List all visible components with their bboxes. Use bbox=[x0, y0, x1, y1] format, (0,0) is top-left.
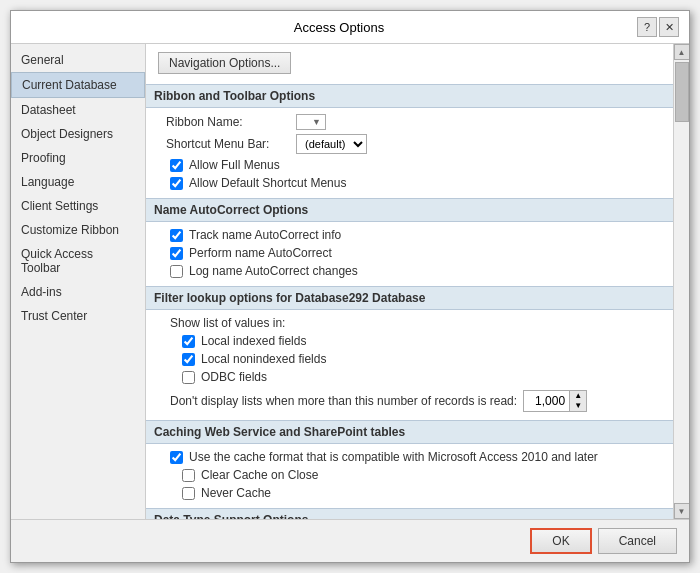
use-cache-checkbox[interactable] bbox=[170, 451, 183, 464]
shortcut-menu-label: Shortcut Menu Bar: bbox=[166, 137, 296, 151]
sidebar-item-object-designers[interactable]: Object Designers bbox=[11, 122, 145, 146]
local-indexed-checkbox[interactable] bbox=[182, 335, 195, 348]
use-cache-row: Use the cache format that is compatible … bbox=[158, 450, 661, 464]
perform-name-label[interactable]: Perform name AutoCorrect bbox=[189, 246, 332, 260]
odbc-row: ODBC fields bbox=[158, 370, 661, 384]
sidebar-item-quick-access-toolbar[interactable]: Quick Access Toolbar bbox=[11, 242, 145, 280]
close-button[interactable]: ✕ bbox=[659, 17, 679, 37]
local-nonindexed-row: Local nonindexed fields bbox=[158, 352, 661, 366]
log-name-checkbox[interactable] bbox=[170, 265, 183, 278]
dialog-body: General Current Database Datasheet Objec… bbox=[11, 44, 689, 519]
never-cache-row: Never Cache bbox=[158, 486, 661, 500]
shortcut-menu-control: (default) bbox=[296, 134, 367, 154]
clear-cache-checkbox[interactable] bbox=[182, 469, 195, 482]
ribbon-name-arrow: ▼ bbox=[312, 117, 321, 127]
ribbon-name-label: Ribbon Name: bbox=[166, 115, 296, 129]
local-indexed-label[interactable]: Local indexed fields bbox=[201, 334, 306, 348]
sidebar-item-current-database[interactable]: Current Database bbox=[11, 72, 145, 98]
records-input[interactable] bbox=[524, 392, 569, 410]
log-name-label[interactable]: Log name AutoCorrect changes bbox=[189, 264, 358, 278]
help-button[interactable]: ? bbox=[637, 17, 657, 37]
never-cache-checkbox[interactable] bbox=[182, 487, 195, 500]
dialog-footer: OK Cancel bbox=[11, 519, 689, 562]
sidebar-item-client-settings[interactable]: Client Settings bbox=[11, 194, 145, 218]
ribbon-name-dropdown[interactable]: ▼ bbox=[296, 114, 326, 130]
clear-cache-label[interactable]: Clear Cache on Close bbox=[201, 468, 318, 482]
allow-default-shortcut-checkbox[interactable] bbox=[170, 177, 183, 190]
perform-name-checkbox[interactable] bbox=[170, 247, 183, 260]
shortcut-menu-dropdown[interactable]: (default) bbox=[296, 134, 367, 154]
navigation-options-button[interactable]: Navigation Options... bbox=[158, 52, 291, 74]
allow-full-menus-label[interactable]: Allow Full Menus bbox=[189, 158, 280, 172]
sidebar-item-add-ins[interactable]: Add-ins bbox=[11, 280, 145, 304]
track-name-checkbox[interactable] bbox=[170, 229, 183, 242]
never-cache-label[interactable]: Never Cache bbox=[201, 486, 271, 500]
scrollbar: ▲ ▼ bbox=[673, 44, 689, 519]
records-label: Don't display lists when more than this … bbox=[170, 394, 517, 408]
allow-default-shortcut-label[interactable]: Allow Default Shortcut Menus bbox=[189, 176, 346, 190]
name-autocorrect-header: Name AutoCorrect Options bbox=[146, 198, 673, 222]
odbc-checkbox[interactable] bbox=[182, 371, 195, 384]
sidebar-item-proofing[interactable]: Proofing bbox=[11, 146, 145, 170]
content-area: Navigation Options... Ribbon and Toolbar… bbox=[146, 44, 673, 519]
track-name-label[interactable]: Track name AutoCorrect info bbox=[189, 228, 341, 242]
clear-cache-row: Clear Cache on Close bbox=[158, 468, 661, 482]
use-cache-label[interactable]: Use the cache format that is compatible … bbox=[189, 450, 598, 464]
ribbon-name-row: Ribbon Name: ▼ bbox=[158, 114, 661, 130]
ribbon-toolbar-header: Ribbon and Toolbar Options bbox=[146, 84, 673, 108]
show-list-label: Show list of values in: bbox=[158, 316, 661, 330]
main-content: Navigation Options... Ribbon and Toolbar… bbox=[146, 44, 689, 519]
cancel-button[interactable]: Cancel bbox=[598, 528, 677, 554]
allow-full-menus-checkbox[interactable] bbox=[170, 159, 183, 172]
log-name-row: Log name AutoCorrect changes bbox=[158, 264, 661, 278]
records-row: Don't display lists when more than this … bbox=[158, 390, 661, 412]
nav-options-section: Navigation Options... bbox=[158, 52, 661, 74]
sidebar-item-trust-center[interactable]: Trust Center bbox=[11, 304, 145, 328]
scrollbar-up[interactable]: ▲ bbox=[674, 44, 690, 60]
spinner-up[interactable]: ▲ bbox=[570, 391, 586, 401]
perform-name-row: Perform name AutoCorrect bbox=[158, 246, 661, 260]
title-bar: Access Options ? ✕ bbox=[11, 11, 689, 44]
sidebar-item-language[interactable]: Language bbox=[11, 170, 145, 194]
sidebar-item-customize-ribbon[interactable]: Customize Ribbon bbox=[11, 218, 145, 242]
allow-full-menus-row: Allow Full Menus bbox=[158, 158, 661, 172]
odbc-label[interactable]: ODBC fields bbox=[201, 370, 267, 384]
filter-lookup-header: Filter lookup options for Database292 Da… bbox=[146, 286, 673, 310]
spinner-down[interactable]: ▼ bbox=[570, 401, 586, 411]
allow-default-shortcut-row: Allow Default Shortcut Menus bbox=[158, 176, 661, 190]
spinner-buttons: ▲ ▼ bbox=[569, 391, 586, 411]
local-nonindexed-checkbox[interactable] bbox=[182, 353, 195, 366]
local-nonindexed-label[interactable]: Local nonindexed fields bbox=[201, 352, 326, 366]
dialog-title: Access Options bbox=[41, 20, 637, 35]
caching-header: Caching Web Service and SharePoint table… bbox=[146, 420, 673, 444]
access-options-dialog: Access Options ? ✕ General Current Datab… bbox=[10, 10, 690, 563]
records-spinner: ▲ ▼ bbox=[523, 390, 587, 412]
scrollbar-thumb[interactable] bbox=[675, 62, 689, 122]
track-name-row: Track name AutoCorrect info bbox=[158, 228, 661, 242]
ok-button[interactable]: OK bbox=[530, 528, 591, 554]
sidebar-item-general[interactable]: General bbox=[11, 48, 145, 72]
sidebar-item-datasheet[interactable]: Datasheet bbox=[11, 98, 145, 122]
ribbon-name-control: ▼ bbox=[296, 114, 326, 130]
local-indexed-row: Local indexed fields bbox=[158, 334, 661, 348]
scrollbar-down[interactable]: ▼ bbox=[674, 503, 690, 519]
title-bar-controls: ? ✕ bbox=[637, 17, 679, 37]
shortcut-menu-row: Shortcut Menu Bar: (default) bbox=[158, 134, 661, 154]
data-type-header: Data Type Support Options bbox=[146, 508, 673, 519]
sidebar: General Current Database Datasheet Objec… bbox=[11, 44, 146, 519]
